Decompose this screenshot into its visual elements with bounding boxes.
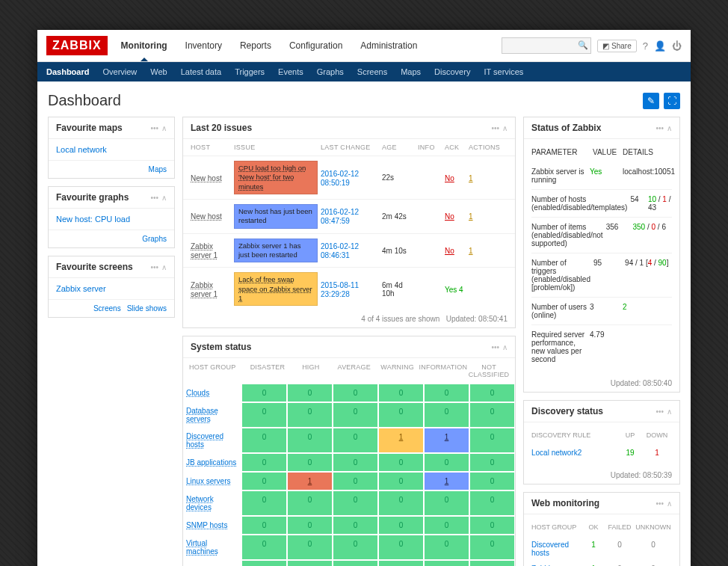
favourite-maps-widget: Favourite maps•••∧ Local network Maps (48, 117, 175, 179)
issue-badge[interactable]: Zabbix server 1 has just been restarted (234, 239, 318, 263)
collapse-icon[interactable]: ∧ (502, 343, 508, 351)
more-icon[interactable]: ••• (150, 194, 158, 202)
sysstatus-row: SNMP hosts000000 (183, 516, 515, 535)
severity-cell: 0 (469, 535, 515, 560)
more-icon[interactable]: ••• (491, 124, 499, 132)
collapse-icon[interactable]: ∧ (161, 263, 167, 271)
more-icon[interactable]: ••• (655, 499, 664, 508)
collapse-icon[interactable]: ∧ (502, 124, 508, 132)
collapse-icon[interactable]: ∧ (161, 124, 167, 132)
fullscreen-icon[interactable]: ⛶ (664, 93, 680, 109)
severity-cell: 0 (241, 535, 287, 560)
issue-host-link[interactable]: New host (191, 212, 222, 221)
hostgroup-link[interactable]: SNMP hosts (183, 516, 241, 535)
more-icon[interactable]: ••• (150, 263, 158, 271)
hostgroup-link[interactable]: Virtual machines (183, 535, 241, 560)
status-param: Required server performance, new values … (531, 330, 587, 363)
subnav-screens[interactable]: Screens (357, 62, 387, 81)
nav-administration[interactable]: Administration (360, 40, 417, 51)
collapse-icon[interactable]: ∧ (667, 407, 672, 416)
issue-host-link[interactable]: Zabbix server 1 (191, 242, 218, 259)
severity-cell: 0 (287, 384, 333, 402)
nav-reports[interactable]: Reports (240, 40, 271, 51)
graphs-link[interactable]: Graphs (142, 235, 167, 243)
severity-cell: 0 (287, 490, 333, 516)
discovery-rule-link[interactable]: Local network2 (531, 449, 618, 457)
more-icon[interactable]: ••• (491, 343, 499, 351)
slideshows-link[interactable]: Slide shows (127, 304, 167, 313)
nav-configuration[interactable]: Configuration (289, 40, 342, 51)
fav-map-item[interactable]: Local network (56, 145, 107, 154)
hostgroup-link[interactable]: Web servers (183, 560, 241, 566)
webmon-hostgroup[interactable]: Discovered hosts (531, 541, 582, 557)
issue-lastchange[interactable]: 2016-02-1208:50:19 (321, 170, 359, 187)
more-icon[interactable]: ••• (655, 124, 664, 132)
issue-ack[interactable]: No (445, 247, 454, 255)
status-details: 350 / 0 / 6 (632, 223, 672, 247)
issue-host-link[interactable]: Zabbix server 1 (191, 281, 218, 298)
power-icon[interactable]: ⏻ (672, 40, 682, 52)
severity-cell[interactable]: 1 (287, 472, 333, 490)
severity-cell[interactable]: 1 (424, 472, 469, 490)
subnav-triggers[interactable]: Triggers (235, 62, 265, 81)
sysstatus-row: Linux servers010010 (183, 472, 515, 490)
fav-screen-item[interactable]: Zabbix server (56, 284, 106, 293)
more-icon[interactable]: ••• (150, 124, 158, 132)
sub-nav: Dashboard Overview Web Latest data Trigg… (37, 62, 691, 81)
nav-monitoring[interactable]: Monitoring (121, 40, 167, 51)
issue-action[interactable]: 1 (469, 212, 473, 221)
issue-ack[interactable]: No (445, 174, 454, 182)
subnav-it-services[interactable]: IT services (484, 62, 523, 81)
screens-link[interactable]: Screens (93, 304, 121, 313)
issue-badge[interactable]: New host has just been restarted (234, 204, 318, 229)
hostgroup-link[interactable]: Network devices (183, 490, 241, 516)
subnav-discovery[interactable]: Discovery (434, 62, 470, 81)
search-icon[interactable]: 🔍 (578, 40, 588, 50)
status-param: Number of items (enabled/disabled/not su… (531, 223, 603, 247)
nav-inventory[interactable]: Inventory (185, 40, 222, 51)
issue-lastchange[interactable]: 2016-02-1208:46:31 (321, 242, 359, 259)
subnav-dashboard[interactable]: Dashboard (46, 62, 89, 81)
issue-ack[interactable]: Yes 4 (445, 286, 463, 294)
col-unknown: UNKNOWN (635, 523, 672, 531)
status-row: Number of hosts (enabled/disabled/templa… (531, 190, 672, 218)
help-icon[interactable]: ? (643, 40, 648, 52)
sysstatus-row: Clouds000000 (183, 384, 515, 402)
fav-graph-item[interactable]: New host: CPU load (56, 215, 130, 224)
share-button[interactable]: ◩ Share (597, 40, 636, 52)
severity-cell: 0 (287, 453, 333, 472)
subnav-maps[interactable]: Maps (401, 62, 421, 81)
hostgroup-link[interactable]: Database servers (183, 402, 241, 428)
collapse-icon[interactable]: ∧ (667, 499, 672, 508)
user-icon[interactable]: 👤 (654, 40, 666, 52)
issue-action[interactable]: 1 (469, 174, 473, 182)
edit-dashboard-icon[interactable]: ✎ (643, 93, 659, 109)
hostgroup-link[interactable]: Clouds (183, 384, 241, 402)
severity-cell[interactable]: 1 (424, 428, 469, 453)
issue-badge[interactable]: CPU load too high on 'New host' for two … (234, 161, 318, 194)
col-average: AVERAGE (333, 363, 376, 378)
severity-cell: 0 (241, 472, 287, 490)
hostgroup-link[interactable]: Discovered hosts (183, 428, 241, 453)
hostgroup-link[interactable]: JB applications (183, 453, 241, 472)
issue-lastchange[interactable]: 2015-08-1123:29:28 (321, 281, 359, 298)
maps-link[interactable]: Maps (149, 165, 167, 173)
subnav-overview[interactable]: Overview (102, 62, 137, 81)
issue-ack[interactable]: No (445, 212, 454, 221)
collapse-icon[interactable]: ∧ (161, 194, 167, 202)
issue-badge[interactable]: Lack of free swap space on Zabbix server… (234, 272, 318, 306)
severity-cell[interactable]: 1 (378, 428, 424, 453)
collapse-icon[interactable]: ∧ (667, 124, 672, 132)
subnav-web[interactable]: Web (150, 62, 167, 81)
subnav-events[interactable]: Events (278, 62, 303, 81)
status-value: 54 (630, 195, 644, 212)
issue-lastchange[interactable]: 2016-02-1208:47:59 (321, 208, 359, 225)
severity-cell: 0 (378, 453, 424, 472)
subnav-latest-data[interactable]: Latest data (181, 62, 221, 81)
col-issue: ISSUE (234, 144, 318, 151)
issue-host-link[interactable]: New host (191, 174, 222, 182)
hostgroup-link[interactable]: Linux servers (183, 472, 241, 490)
issue-action[interactable]: 1 (469, 247, 473, 255)
subnav-graphs[interactable]: Graphs (317, 62, 344, 81)
more-icon[interactable]: ••• (655, 407, 664, 416)
